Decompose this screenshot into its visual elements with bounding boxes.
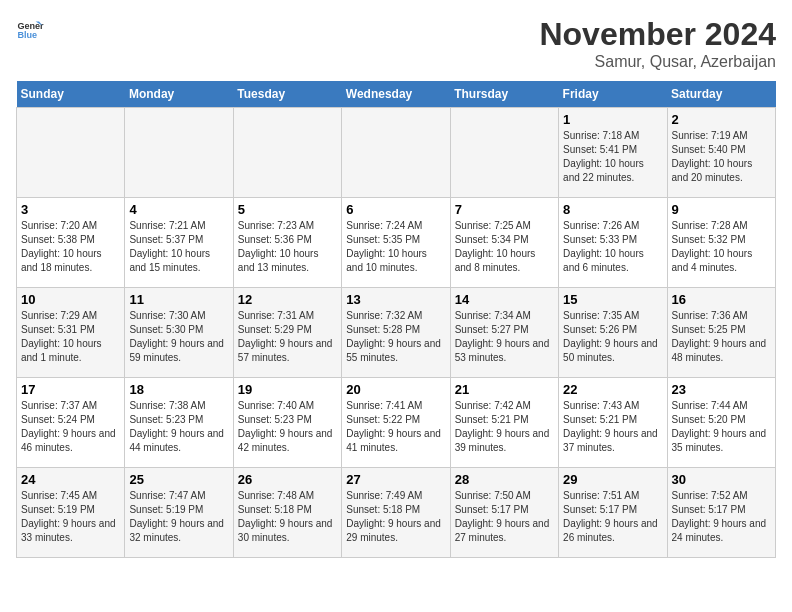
day-info: Sunrise: 7:51 AM Sunset: 5:17 PM Dayligh…	[563, 489, 662, 545]
day-number: 6	[346, 202, 445, 217]
day-info: Sunrise: 7:42 AM Sunset: 5:21 PM Dayligh…	[455, 399, 554, 455]
calendar-week-2: 3Sunrise: 7:20 AM Sunset: 5:38 PM Daylig…	[17, 198, 776, 288]
calendar-cell: 16Sunrise: 7:36 AM Sunset: 5:25 PM Dayli…	[667, 288, 775, 378]
calendar-cell: 9Sunrise: 7:28 AM Sunset: 5:32 PM Daylig…	[667, 198, 775, 288]
logo: General Blue	[16, 16, 44, 44]
day-number: 2	[672, 112, 771, 127]
col-tuesday: Tuesday	[233, 81, 341, 108]
calendar-cell: 23Sunrise: 7:44 AM Sunset: 5:20 PM Dayli…	[667, 378, 775, 468]
day-number: 10	[21, 292, 120, 307]
day-info: Sunrise: 7:26 AM Sunset: 5:33 PM Dayligh…	[563, 219, 662, 275]
day-info: Sunrise: 7:31 AM Sunset: 5:29 PM Dayligh…	[238, 309, 337, 365]
calendar-cell: 2Sunrise: 7:19 AM Sunset: 5:40 PM Daylig…	[667, 108, 775, 198]
day-info: Sunrise: 7:40 AM Sunset: 5:23 PM Dayligh…	[238, 399, 337, 455]
day-info: Sunrise: 7:49 AM Sunset: 5:18 PM Dayligh…	[346, 489, 445, 545]
calendar-cell: 10Sunrise: 7:29 AM Sunset: 5:31 PM Dayli…	[17, 288, 125, 378]
svg-text:Blue: Blue	[17, 30, 37, 40]
day-number: 27	[346, 472, 445, 487]
day-number: 25	[129, 472, 228, 487]
day-number: 16	[672, 292, 771, 307]
calendar-cell: 4Sunrise: 7:21 AM Sunset: 5:37 PM Daylig…	[125, 198, 233, 288]
calendar-cell: 27Sunrise: 7:49 AM Sunset: 5:18 PM Dayli…	[342, 468, 450, 558]
day-number: 30	[672, 472, 771, 487]
day-info: Sunrise: 7:25 AM Sunset: 5:34 PM Dayligh…	[455, 219, 554, 275]
day-info: Sunrise: 7:32 AM Sunset: 5:28 PM Dayligh…	[346, 309, 445, 365]
col-friday: Friday	[559, 81, 667, 108]
calendar-cell: 14Sunrise: 7:34 AM Sunset: 5:27 PM Dayli…	[450, 288, 558, 378]
day-info: Sunrise: 7:30 AM Sunset: 5:30 PM Dayligh…	[129, 309, 228, 365]
calendar-table: Sunday Monday Tuesday Wednesday Thursday…	[16, 81, 776, 558]
day-number: 11	[129, 292, 228, 307]
day-number: 15	[563, 292, 662, 307]
day-info: Sunrise: 7:20 AM Sunset: 5:38 PM Dayligh…	[21, 219, 120, 275]
calendar-cell: 17Sunrise: 7:37 AM Sunset: 5:24 PM Dayli…	[17, 378, 125, 468]
day-info: Sunrise: 7:36 AM Sunset: 5:25 PM Dayligh…	[672, 309, 771, 365]
col-thursday: Thursday	[450, 81, 558, 108]
calendar-cell: 18Sunrise: 7:38 AM Sunset: 5:23 PM Dayli…	[125, 378, 233, 468]
day-info: Sunrise: 7:48 AM Sunset: 5:18 PM Dayligh…	[238, 489, 337, 545]
calendar-cell: 28Sunrise: 7:50 AM Sunset: 5:17 PM Dayli…	[450, 468, 558, 558]
day-info: Sunrise: 7:19 AM Sunset: 5:40 PM Dayligh…	[672, 129, 771, 185]
day-number: 17	[21, 382, 120, 397]
calendar-cell: 1Sunrise: 7:18 AM Sunset: 5:41 PM Daylig…	[559, 108, 667, 198]
calendar-cell: 29Sunrise: 7:51 AM Sunset: 5:17 PM Dayli…	[559, 468, 667, 558]
calendar-cell: 26Sunrise: 7:48 AM Sunset: 5:18 PM Dayli…	[233, 468, 341, 558]
day-number: 13	[346, 292, 445, 307]
day-number: 28	[455, 472, 554, 487]
calendar-cell: 5Sunrise: 7:23 AM Sunset: 5:36 PM Daylig…	[233, 198, 341, 288]
calendar-cell: 6Sunrise: 7:24 AM Sunset: 5:35 PM Daylig…	[342, 198, 450, 288]
day-number: 21	[455, 382, 554, 397]
location-title: Samur, Qusar, Azerbaijan	[539, 53, 776, 71]
header: General Blue November 2024 Samur, Qusar,…	[16, 16, 776, 71]
day-number: 9	[672, 202, 771, 217]
calendar-cell	[17, 108, 125, 198]
col-monday: Monday	[125, 81, 233, 108]
day-info: Sunrise: 7:35 AM Sunset: 5:26 PM Dayligh…	[563, 309, 662, 365]
calendar-cell: 30Sunrise: 7:52 AM Sunset: 5:17 PM Dayli…	[667, 468, 775, 558]
day-info: Sunrise: 7:24 AM Sunset: 5:35 PM Dayligh…	[346, 219, 445, 275]
title-area: November 2024 Samur, Qusar, Azerbaijan	[539, 16, 776, 71]
day-info: Sunrise: 7:28 AM Sunset: 5:32 PM Dayligh…	[672, 219, 771, 275]
day-info: Sunrise: 7:21 AM Sunset: 5:37 PM Dayligh…	[129, 219, 228, 275]
day-number: 4	[129, 202, 228, 217]
day-number: 23	[672, 382, 771, 397]
day-number: 1	[563, 112, 662, 127]
col-wednesday: Wednesday	[342, 81, 450, 108]
day-number: 18	[129, 382, 228, 397]
calendar-cell: 22Sunrise: 7:43 AM Sunset: 5:21 PM Dayli…	[559, 378, 667, 468]
calendar-week-4: 17Sunrise: 7:37 AM Sunset: 5:24 PM Dayli…	[17, 378, 776, 468]
col-saturday: Saturday	[667, 81, 775, 108]
calendar-cell	[450, 108, 558, 198]
day-number: 22	[563, 382, 662, 397]
calendar-cell: 3Sunrise: 7:20 AM Sunset: 5:38 PM Daylig…	[17, 198, 125, 288]
day-number: 5	[238, 202, 337, 217]
day-number: 12	[238, 292, 337, 307]
calendar-cell: 13Sunrise: 7:32 AM Sunset: 5:28 PM Dayli…	[342, 288, 450, 378]
day-info: Sunrise: 7:23 AM Sunset: 5:36 PM Dayligh…	[238, 219, 337, 275]
day-info: Sunrise: 7:37 AM Sunset: 5:24 PM Dayligh…	[21, 399, 120, 455]
calendar-cell: 15Sunrise: 7:35 AM Sunset: 5:26 PM Dayli…	[559, 288, 667, 378]
day-info: Sunrise: 7:45 AM Sunset: 5:19 PM Dayligh…	[21, 489, 120, 545]
day-number: 14	[455, 292, 554, 307]
day-info: Sunrise: 7:52 AM Sunset: 5:17 PM Dayligh…	[672, 489, 771, 545]
day-info: Sunrise: 7:29 AM Sunset: 5:31 PM Dayligh…	[21, 309, 120, 365]
calendar-cell: 24Sunrise: 7:45 AM Sunset: 5:19 PM Dayli…	[17, 468, 125, 558]
calendar-cell: 21Sunrise: 7:42 AM Sunset: 5:21 PM Dayli…	[450, 378, 558, 468]
day-number: 20	[346, 382, 445, 397]
day-number: 29	[563, 472, 662, 487]
day-number: 19	[238, 382, 337, 397]
header-row: Sunday Monday Tuesday Wednesday Thursday…	[17, 81, 776, 108]
day-info: Sunrise: 7:38 AM Sunset: 5:23 PM Dayligh…	[129, 399, 228, 455]
svg-text:General: General	[17, 21, 44, 31]
day-number: 7	[455, 202, 554, 217]
calendar-cell	[233, 108, 341, 198]
calendar-cell: 8Sunrise: 7:26 AM Sunset: 5:33 PM Daylig…	[559, 198, 667, 288]
month-title: November 2024	[539, 16, 776, 53]
day-info: Sunrise: 7:43 AM Sunset: 5:21 PM Dayligh…	[563, 399, 662, 455]
day-number: 3	[21, 202, 120, 217]
day-number: 24	[21, 472, 120, 487]
calendar-cell: 20Sunrise: 7:41 AM Sunset: 5:22 PM Dayli…	[342, 378, 450, 468]
calendar-cell: 11Sunrise: 7:30 AM Sunset: 5:30 PM Dayli…	[125, 288, 233, 378]
calendar-cell	[125, 108, 233, 198]
day-info: Sunrise: 7:34 AM Sunset: 5:27 PM Dayligh…	[455, 309, 554, 365]
